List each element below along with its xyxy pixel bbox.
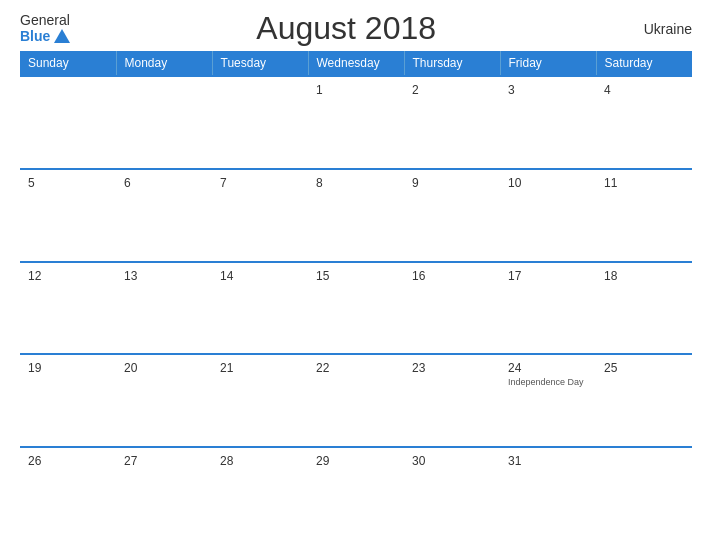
- logo: General Blue: [20, 13, 70, 44]
- day-number: 20: [124, 361, 204, 375]
- day-number: 31: [508, 454, 588, 468]
- day-number: 4: [604, 83, 684, 97]
- calendar-cell: [20, 76, 116, 169]
- week-row-3: 192021222324Independence Day25: [20, 354, 692, 447]
- calendar-cell: 27: [116, 447, 212, 540]
- calendar-cell: 25: [596, 354, 692, 447]
- calendar-cell: 13: [116, 262, 212, 355]
- week-row-4: 262728293031: [20, 447, 692, 540]
- calendar-cell: 10: [500, 169, 596, 262]
- weekday-header-tuesday: Tuesday: [212, 51, 308, 76]
- day-number: 17: [508, 269, 588, 283]
- calendar-cell: 14: [212, 262, 308, 355]
- weekday-header-wednesday: Wednesday: [308, 51, 404, 76]
- calendar-cell: 23: [404, 354, 500, 447]
- day-number: 13: [124, 269, 204, 283]
- logo-triangle-icon: [54, 29, 70, 43]
- country-label: Ukraine: [622, 21, 692, 37]
- weekday-header-friday: Friday: [500, 51, 596, 76]
- calendar-cell: 28: [212, 447, 308, 540]
- calendar-table: SundayMondayTuesdayWednesdayThursdayFrid…: [20, 51, 692, 540]
- day-number: 3: [508, 83, 588, 97]
- calendar-cell: 29: [308, 447, 404, 540]
- calendar-cell: 18: [596, 262, 692, 355]
- calendar-cell: 30: [404, 447, 500, 540]
- day-number: 2: [412, 83, 492, 97]
- weekday-header-thursday: Thursday: [404, 51, 500, 76]
- day-number: 21: [220, 361, 300, 375]
- logo-blue-text: Blue: [20, 29, 50, 44]
- holiday-label: Independence Day: [508, 377, 588, 388]
- weekday-header-sunday: Sunday: [20, 51, 116, 76]
- month-title: August 2018: [70, 10, 622, 47]
- calendar-cell: [596, 447, 692, 540]
- calendar-cell: 6: [116, 169, 212, 262]
- calendar-cell: 24Independence Day: [500, 354, 596, 447]
- calendar-cell: 7: [212, 169, 308, 262]
- day-number: 14: [220, 269, 300, 283]
- calendar-cell: 22: [308, 354, 404, 447]
- page-header: General Blue August 2018 Ukraine: [20, 10, 692, 47]
- week-row-2: 12131415161718: [20, 262, 692, 355]
- calendar-cell: 4: [596, 76, 692, 169]
- calendar-cell: 9: [404, 169, 500, 262]
- day-number: 24: [508, 361, 588, 375]
- day-number: 26: [28, 454, 108, 468]
- day-number: 30: [412, 454, 492, 468]
- calendar-cell: 17: [500, 262, 596, 355]
- calendar-cell: 12: [20, 262, 116, 355]
- weekday-header-saturday: Saturday: [596, 51, 692, 76]
- week-row-1: 567891011: [20, 169, 692, 262]
- calendar-cell: 26: [20, 447, 116, 540]
- week-row-0: 1234: [20, 76, 692, 169]
- day-number: 12: [28, 269, 108, 283]
- calendar-cell: 31: [500, 447, 596, 540]
- calendar-cell: 20: [116, 354, 212, 447]
- day-number: 18: [604, 269, 684, 283]
- day-number: 25: [604, 361, 684, 375]
- day-number: 11: [604, 176, 684, 190]
- calendar-cell: 8: [308, 169, 404, 262]
- calendar-cell: 21: [212, 354, 308, 447]
- logo-general-text: General: [20, 13, 70, 28]
- day-number: 6: [124, 176, 204, 190]
- calendar-cell: 1: [308, 76, 404, 169]
- calendar-cell: 11: [596, 169, 692, 262]
- day-number: 19: [28, 361, 108, 375]
- calendar-cell: 19: [20, 354, 116, 447]
- day-number: 28: [220, 454, 300, 468]
- calendar-cell: [212, 76, 308, 169]
- calendar-cell: [116, 76, 212, 169]
- day-number: 7: [220, 176, 300, 190]
- day-number: 10: [508, 176, 588, 190]
- calendar-cell: 16: [404, 262, 500, 355]
- day-number: 27: [124, 454, 204, 468]
- calendar-cell: 5: [20, 169, 116, 262]
- day-number: 8: [316, 176, 396, 190]
- day-number: 16: [412, 269, 492, 283]
- calendar-cell: 15: [308, 262, 404, 355]
- day-number: 5: [28, 176, 108, 190]
- day-number: 29: [316, 454, 396, 468]
- day-number: 1: [316, 83, 396, 97]
- day-number: 22: [316, 361, 396, 375]
- weekday-header-monday: Monday: [116, 51, 212, 76]
- day-number: 23: [412, 361, 492, 375]
- day-number: 9: [412, 176, 492, 190]
- calendar-cell: 2: [404, 76, 500, 169]
- weekday-header-row: SundayMondayTuesdayWednesdayThursdayFrid…: [20, 51, 692, 76]
- day-number: 15: [316, 269, 396, 283]
- calendar-cell: 3: [500, 76, 596, 169]
